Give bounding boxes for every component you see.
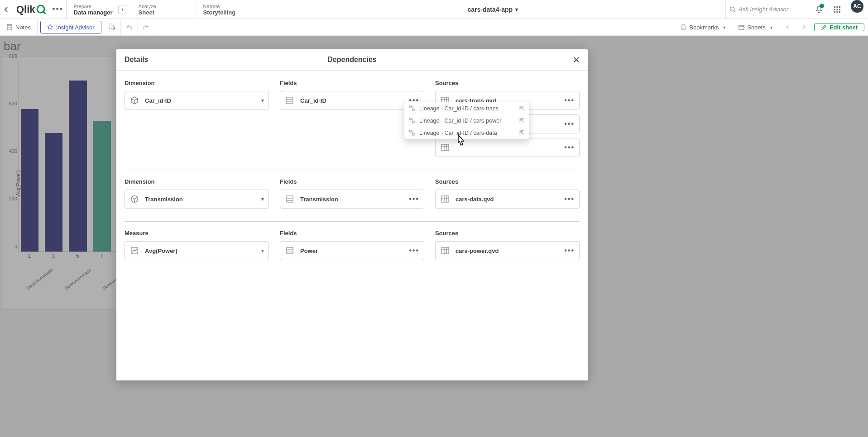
svg-rect-11 [837, 11, 838, 13]
insight-advisor-button[interactable]: Insight Advisor [40, 21, 101, 33]
nav-analyze-big: Sheet [139, 9, 188, 16]
svg-rect-23 [287, 97, 293, 104]
more-button[interactable]: ••• [564, 195, 575, 203]
lineage-item-label: Lineage - Car_id-ID / cars-trans [419, 105, 499, 112]
table-icon [440, 142, 450, 152]
notes-button[interactable]: Notes [0, 19, 38, 35]
qlik-logo[interactable]: Qlik [13, 0, 50, 19]
chevron-down-icon[interactable]: ▾ [261, 196, 264, 202]
svg-rect-54 [412, 109, 414, 111]
note-icon [6, 24, 13, 30]
bookmarks-button[interactable]: Bookmarks ▾ [674, 24, 732, 31]
svg-rect-8 [837, 9, 838, 10]
section-label: Measure [125, 230, 269, 237]
insight-search[interactable]: Ask Insight Advisor [725, 0, 810, 19]
sheets-label: Sheets [747, 24, 765, 31]
sheets-icon [739, 24, 744, 30]
svg-rect-45 [131, 247, 138, 254]
topbar: Qlik ••• Prepare Data manager ▾ Analyze … [0, 0, 868, 19]
nav-prepare-small: Prepare [74, 4, 124, 9]
nav-analyze-small: Analyze [139, 4, 188, 9]
section-label: Fields [280, 80, 424, 86]
chevron-right-icon [802, 25, 806, 29]
chevron-down-icon[interactable]: ▾ [261, 97, 264, 104]
more-button[interactable]: ••• [564, 120, 575, 128]
smart-search-button[interactable] [104, 19, 121, 35]
next-sheet-button[interactable] [796, 25, 812, 29]
nav-prepare[interactable]: Prepare Data manager ▾ [66, 0, 131, 19]
svg-rect-58 [412, 133, 414, 135]
app-more-button[interactable]: ••• [50, 0, 66, 19]
section-label: Dimension [125, 178, 269, 185]
lineage-item-0[interactable]: Lineage - Car_id-ID / cars-trans ⇱ [404, 102, 529, 114]
section-label: Fields [280, 230, 424, 237]
svg-line-1 [43, 11, 46, 14]
pencil-icon [821, 24, 827, 30]
field-card[interactable]: Power••• [280, 241, 424, 260]
lineage-icon [409, 118, 415, 124]
nav-narrate[interactable]: Narrate Storytelling [196, 0, 260, 19]
svg-rect-46 [287, 247, 293, 254]
svg-line-18 [114, 29, 115, 31]
chevron-left-icon [4, 7, 9, 12]
back-button[interactable] [0, 0, 13, 19]
sheet-area: bar Avg(Power) 0 200 400 600 800 1357 Se… [0, 36, 868, 437]
more-button[interactable]: ••• [564, 143, 575, 152]
undo-button[interactable] [121, 19, 138, 35]
lineage-popup: Lineage - Car_id-ID / cars-trans ⇱ Linea… [404, 102, 529, 139]
redo-button[interactable] [138, 19, 154, 35]
user-avatar[interactable]: AC [851, 0, 863, 13]
card-text: Power [300, 247, 403, 254]
more-button[interactable]: ••• [409, 195, 419, 203]
bookmarks-label: Bookmarks [689, 24, 719, 31]
section-label: Dimension [125, 80, 269, 86]
field-card[interactable]: Transmission••• [280, 190, 424, 209]
cube-card[interactable]: Car_id-ID▾ [125, 91, 269, 110]
svg-rect-57 [409, 130, 411, 132]
lineage-item-2[interactable]: Lineage - Car_id-ID / cars-data ⇱ [404, 127, 529, 139]
modal-title-center: Dependencies [327, 56, 376, 64]
nav-narrate-big: Storytelling [203, 9, 253, 16]
measure-card[interactable]: Avg(Power)▾ [125, 241, 269, 260]
chevron-left-icon [785, 25, 790, 29]
svg-rect-38 [287, 196, 293, 202]
prev-sheet-button[interactable] [779, 25, 796, 29]
lineage-item-1[interactable]: Lineage - Car_id-ID / cars-power ⇱ [404, 114, 529, 127]
svg-rect-10 [834, 11, 835, 13]
notifications-button[interactable] [810, 0, 828, 19]
svg-rect-7 [834, 9, 835, 10]
chevron-down-icon[interactable]: ▾ [118, 5, 127, 14]
more-button[interactable]: ••• [564, 96, 575, 104]
field-card[interactable]: Car_id-ID••• [280, 91, 424, 110]
apps-grid-button[interactable] [828, 0, 846, 19]
sheets-button[interactable]: Sheets ▾ [732, 24, 778, 31]
close-button[interactable] [573, 57, 580, 63]
app-title[interactable]: cars-data4-app ▾ [260, 0, 725, 19]
avatar-initials: AC [853, 3, 861, 10]
cube-card[interactable]: Transmission▾ [125, 190, 269, 209]
chevron-down-icon[interactable]: ▾ [261, 247, 264, 254]
logo-icon [36, 5, 46, 14]
svg-rect-55 [409, 118, 411, 120]
svg-rect-41 [441, 196, 449, 202]
table-card[interactable]: cars-power.qvd••• [435, 241, 580, 260]
close-icon [573, 57, 580, 63]
more-button[interactable]: ••• [564, 247, 575, 255]
table-card[interactable]: ••• [435, 138, 580, 157]
search-icon [729, 6, 736, 13]
edit-sheet-button[interactable]: Edit sheet [814, 24, 864, 31]
nav-analyze[interactable]: Analyze Sheet [131, 0, 196, 19]
svg-rect-16 [109, 24, 114, 28]
chevron-down-icon: ▾ [770, 25, 772, 30]
lineage-icon [409, 130, 415, 136]
section-label: Sources [435, 230, 580, 237]
table-card[interactable]: cars-data.qvd••• [435, 190, 580, 209]
modal-title-left: Details [125, 56, 148, 64]
logo-text-1: Qlik [16, 4, 35, 15]
svg-rect-4 [834, 6, 835, 8]
svg-rect-34 [441, 144, 449, 151]
external-link-icon: ⇱ [519, 129, 524, 136]
more-button[interactable]: ••• [409, 247, 419, 255]
svg-rect-6 [839, 6, 840, 8]
external-link-icon: ⇱ [519, 117, 524, 124]
